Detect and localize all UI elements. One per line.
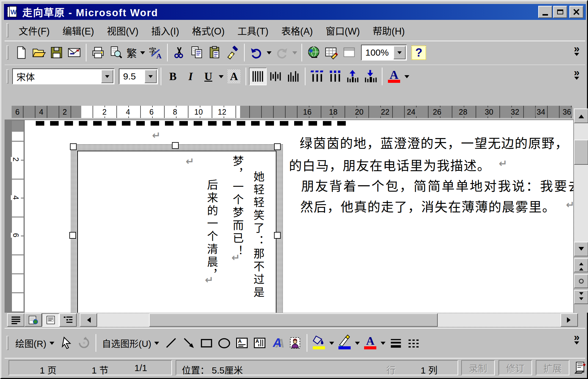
next-page-button[interactable] <box>574 290 588 304</box>
line-button[interactable] <box>162 334 180 352</box>
toolbar-grip[interactable] <box>6 46 9 60</box>
increase-indent-button[interactable] <box>361 68 379 85</box>
outline-view-button[interactable] <box>59 313 77 327</box>
cut-button[interactable] <box>170 44 188 61</box>
scroll-down-button[interactable] <box>574 242 588 256</box>
title-bar[interactable]: W 走向草原 - Microsoft Word <box>4 4 586 20</box>
spelling-button[interactable]: 字 A <box>147 44 164 61</box>
redo-dropdown[interactable] <box>291 44 299 61</box>
scrollbar-thumb[interactable] <box>574 140 588 165</box>
menu-view[interactable]: 视图(V) <box>100 22 145 39</box>
status-track-changes-button[interactable]: 修订 <box>499 360 532 375</box>
italic-button[interactable]: I <box>182 68 199 85</box>
font-color-dropdown[interactable] <box>379 334 387 352</box>
normal-view-button[interactable] <box>7 313 24 327</box>
insert-table-button[interactable] <box>340 44 358 61</box>
select-objects-button[interactable] <box>57 334 75 352</box>
align-center-button[interactable] <box>267 68 284 85</box>
font-size-dropdown[interactable] <box>144 70 157 83</box>
numbering-button[interactable] <box>308 68 326 85</box>
open-button[interactable] <box>30 44 48 61</box>
underline-dropdown[interactable] <box>217 68 225 85</box>
align-bottom-button[interactable] <box>284 68 302 85</box>
draw-menu-button[interactable]: 绘图(R) <box>12 334 57 352</box>
textbox-interior[interactable] <box>77 151 276 313</box>
web-layout-view-button[interactable] <box>24 313 42 327</box>
zoom-combo[interactable]: 100% <box>361 45 407 61</box>
decrease-indent-button[interactable] <box>344 68 361 85</box>
vertical-text-box-button[interactable]: A <box>251 334 268 352</box>
selection-handle[interactable] <box>172 142 179 149</box>
zoom-dropdown[interactable] <box>393 46 406 59</box>
previous-page-button[interactable] <box>574 258 588 272</box>
toolbar-overflow[interactable]: » <box>570 68 583 82</box>
font-size-combo[interactable]: 9.5 <box>119 68 158 84</box>
menu-edit[interactable]: 编辑(E) <box>56 22 100 39</box>
selection-handle[interactable] <box>70 143 77 150</box>
scroll-left-button[interactable] <box>80 313 97 327</box>
font-color-button[interactable]: A <box>385 68 403 85</box>
toolbar-grip[interactable] <box>6 336 9 350</box>
new-document-button[interactable] <box>12 44 30 61</box>
help-button[interactable]: ? <box>410 44 428 61</box>
maximize-button[interactable] <box>553 6 567 18</box>
vertical-scrollbar[interactable] <box>574 109 588 313</box>
fill-color-button[interactable] <box>310 334 328 352</box>
word-app-icon[interactable]: W <box>6 6 19 18</box>
vertical-ruler[interactable]: 2 4 6 <box>12 121 24 311</box>
toolbar-overflow[interactable]: » <box>570 332 583 347</box>
status-extend-button[interactable]: 扩展 <box>536 360 569 375</box>
selection-handle[interactable] <box>274 232 281 239</box>
font-color-button[interactable]: A <box>361 334 379 352</box>
font-color-dropdown[interactable] <box>403 68 411 85</box>
scrollbar-thumb[interactable] <box>149 313 438 327</box>
scroll-up-button[interactable] <box>574 109 588 123</box>
insert-hyperlink-button[interactable] <box>305 44 323 61</box>
print-layout-view-button[interactable] <box>42 313 59 327</box>
toolbar-grip[interactable] <box>6 23 9 37</box>
email-button[interactable] <box>65 44 83 61</box>
arrow-button[interactable] <box>180 334 198 352</box>
format-painter-button[interactable] <box>224 44 241 61</box>
character-shading-button[interactable]: A <box>225 68 243 85</box>
align-justify-button[interactable] <box>249 68 267 85</box>
autoshapes-button[interactable]: 自选图形(U) <box>99 334 163 352</box>
menu-window[interactable]: 窗口(W) <box>319 22 366 39</box>
selection-handle[interactable] <box>69 232 76 239</box>
clip-art-button[interactable] <box>286 334 304 352</box>
menu-format[interactable]: 格式(O) <box>186 22 231 39</box>
bold-button[interactable]: B <box>164 68 182 85</box>
font-name-combo[interactable]: 宋体 <box>12 68 115 84</box>
rectangle-button[interactable] <box>198 334 215 352</box>
scroll-right-button[interactable] <box>561 313 578 327</box>
paste-button[interactable] <box>206 44 224 61</box>
undo-dropdown[interactable] <box>265 44 273 61</box>
traditional-chinese-button[interactable]: 繁 <box>125 44 139 61</box>
line-style-button[interactable] <box>387 334 405 352</box>
toolbar-grip[interactable] <box>6 69 9 83</box>
free-rotate-button[interactable] <box>75 334 93 352</box>
undo-button[interactable] <box>247 44 265 61</box>
print-button[interactable] <box>89 44 107 61</box>
copy-button[interactable] <box>188 44 206 61</box>
tables-borders-button[interactable] <box>323 44 340 61</box>
line-color-dropdown[interactable] <box>353 334 361 352</box>
selection-handle[interactable] <box>274 143 281 150</box>
toolbar-overflow[interactable]: » <box>570 44 583 58</box>
dash-style-button[interactable] <box>405 334 422 352</box>
underline-button[interactable]: U <box>199 68 217 85</box>
status-record-button[interactable]: 录制 <box>461 360 495 375</box>
menu-insert[interactable]: 插入(I) <box>145 22 185 39</box>
wordart-button[interactable]: AA <box>268 334 286 352</box>
menu-file[interactable]: 文件(F) <box>12 22 56 39</box>
line-color-button[interactable] <box>336 334 353 352</box>
minimize-button[interactable] <box>538 6 552 18</box>
redo-button[interactable] <box>273 44 291 61</box>
fill-color-dropdown[interactable] <box>328 334 336 352</box>
traditional-chinese-dropdown[interactable] <box>139 44 147 61</box>
bullets-button[interactable] <box>326 68 344 85</box>
menu-help[interactable]: 帮助(H) <box>366 22 411 39</box>
horizontal-ruler[interactable]: 6 4 2 2 4 6 8 10 12 16 18 20 22 24 26 28… <box>12 106 572 118</box>
font-name-dropdown[interactable] <box>101 70 113 83</box>
menu-table[interactable]: 表格(A) <box>275 22 319 39</box>
